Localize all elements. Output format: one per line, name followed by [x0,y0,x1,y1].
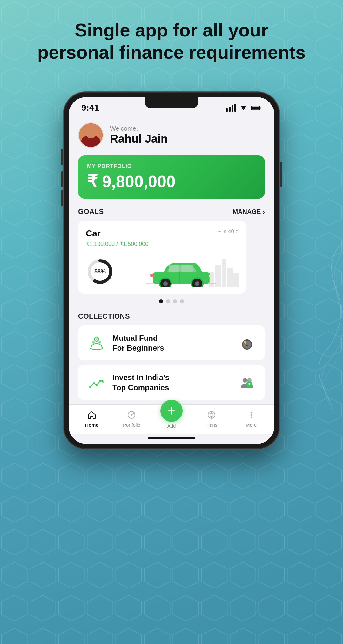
app-content: Welcome, Rahul Jain MY PORTFOLIO ₹ 9,800… [69,116,274,400]
svg-point-33 [243,378,247,383]
goal-title: Car [86,228,239,239]
phone-frame: 9:41 [64,92,279,449]
home-indicator [69,434,274,444]
status-icons [226,104,262,112]
rupee-people-icon: ₹ [238,374,256,391]
trending-up-icon [87,373,106,392]
svg-point-29 [89,386,91,388]
battery-icon [251,105,262,111]
nav-label-portfolio: Portfolio [123,422,140,428]
goals-section-header: GOALS MANAGE › [78,207,265,216]
svg-line-39 [131,413,134,415]
plans-icon [206,410,217,420]
dot-1 [159,299,163,303]
svg-rect-25 [246,345,248,346]
home-icon [86,410,97,420]
welcome-header: Welcome, Rahul Jain [78,122,265,148]
collection-card-1[interactable]: ₹ Mutual FundFor Beginners [78,325,265,360]
signal-icon [226,104,236,112]
goals-carousel: Car ₹1,100,000 / ₹1,500,000 ~ in 40 d [78,221,265,294]
goal-period: ~ in 40 d [218,228,239,235]
phone-wrapper: 9:41 [64,92,279,449]
svg-point-30 [93,382,95,384]
welcome-text: Welcome, Rahul Jain [110,125,168,146]
svg-point-50 [251,416,252,418]
car-svg [146,256,216,287]
svg-point-49 [251,414,252,416]
nav-item-add: Add [151,409,192,429]
page-title: Single app for all your personal finance… [0,0,343,76]
collection-2-text: Invest In India'sTop Companies [112,372,232,392]
collection-card-2[interactable]: Invest In India'sTop Companies ₹ [78,365,265,400]
nav-label-more: More [246,422,257,428]
buildings [209,259,239,287]
status-time: 9:41 [81,103,99,113]
svg-point-21 [98,341,101,344]
dot-2 [166,299,170,303]
svg-rect-26 [246,340,248,340]
svg-point-14 [195,281,199,286]
nav-label-plans: Plans [205,422,218,428]
wifi-icon [239,105,248,111]
avatar [78,122,104,148]
svg-point-48 [251,412,252,413]
hands-coin-icon: ₹ [87,333,106,352]
svg-point-31 [96,384,98,386]
goal-amounts: ₹1,100,000 / ₹1,500,000 [86,240,239,247]
apple-piggy-icon: ₹ [238,334,256,352]
wave-decoration [305,227,343,417]
notch [145,97,198,108]
chevron-icon: › [263,208,265,215]
svg-rect-16 [150,274,154,277]
nav-label-add: Add [167,423,176,429]
svg-point-20 [92,341,95,344]
nav-item-more[interactable]: More [231,410,271,428]
dot-4 [180,299,184,303]
portfolio-icon [126,410,137,420]
home-bar [148,437,195,439]
nav-item-home[interactable]: Home [72,410,112,428]
car-illustration [124,256,239,287]
goals-title: GOALS [78,207,104,216]
nav-item-plans[interactable]: Plans [192,410,232,428]
svg-text:₹: ₹ [248,382,251,387]
goal-visual: 58% [86,256,239,287]
nav-label-home: Home [85,422,98,428]
avatar-face [79,123,103,147]
portfolio-value: ₹ 9,800,000 [87,172,256,191]
svg-point-43 [210,413,213,417]
donut-chart: 58% [86,257,114,286]
manage-link[interactable]: MANAGE › [232,208,265,215]
add-button[interactable] [160,400,183,422]
bottom-nav: Home Portfolio [69,404,274,434]
nav-item-portfolio[interactable]: Portfolio [112,410,152,428]
svg-rect-1 [252,107,259,109]
svg-point-13 [163,281,168,286]
svg-rect-7 [181,265,193,272]
welcome-label: Welcome, [110,125,168,132]
goal-card[interactable]: Car ₹1,100,000 / ₹1,500,000 ~ in 40 d [78,221,246,294]
status-bar: 9:41 [69,97,274,116]
svg-rect-6 [169,265,179,272]
portfolio-label: MY PORTFOLIO [87,163,256,169]
collections-title: COLLECTIONS [78,312,265,320]
collection-1-text: Mutual FundFor Beginners [112,333,232,353]
welcome-name: Rahul Jain [110,132,168,146]
donut-label: 58% [94,268,106,275]
more-icon [246,410,257,420]
dot-3 [173,299,177,303]
phone-screen: 9:41 [69,97,274,444]
portfolio-card[interactable]: MY PORTFOLIO ₹ 9,800,000 [78,155,265,199]
carousel-dots [78,299,265,303]
